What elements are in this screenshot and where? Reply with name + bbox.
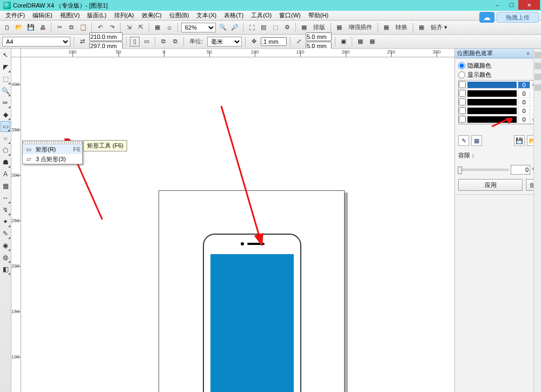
cloud-icon[interactable]: ☁ xyxy=(479,12,494,23)
flyout-item-rectangle[interactable]: ▭ 矩形(R) F6 xyxy=(23,144,82,154)
app-launcher-icon[interactable]: ▦ xyxy=(153,23,162,32)
smart-fill-tool-icon[interactable]: ◆ xyxy=(1,109,10,120)
zoom-combo[interactable]: 62% xyxy=(181,23,216,32)
horizontal-ruler[interactable]: 10050050100150200250300 xyxy=(21,49,454,57)
export-icon[interactable]: ⇱ xyxy=(136,23,146,32)
convert-icon[interactable]: ▦ xyxy=(381,23,391,32)
radio-show-color[interactable]: 显示颜色 xyxy=(458,71,538,79)
zoom-tool-icon[interactable]: 🔍 xyxy=(1,85,10,96)
snap-objects-icon[interactable]: ▦ xyxy=(367,37,377,46)
menu-text[interactable]: 文本(X) xyxy=(193,11,220,19)
undo-icon[interactable]: ↶ xyxy=(95,23,105,32)
copy-icon[interactable]: ⧉ xyxy=(67,23,76,32)
dup-x-field[interactable] xyxy=(306,32,332,41)
apply-button[interactable]: 应用 xyxy=(458,179,523,191)
convert-label[interactable]: 转换 xyxy=(393,23,410,31)
strip-icon-4[interactable] xyxy=(535,84,541,91)
ruler-origin[interactable] xyxy=(11,49,21,57)
welcome-icon[interactable]: ☺ xyxy=(164,23,174,32)
full-screen-icon[interactable]: ⛶ xyxy=(247,23,256,32)
pages-icon[interactable]: ⧉ xyxy=(159,37,168,46)
save-icon[interactable]: 💾 xyxy=(26,23,36,32)
vertical-ruler[interactable]: 40035030025020015010050 xyxy=(11,57,21,392)
radio-hide-color[interactable]: 隐藏颜色 xyxy=(458,62,538,70)
freehand-tool-icon[interactable]: ✏ xyxy=(1,97,10,108)
plugin-icon[interactable]: ▦ xyxy=(334,23,344,32)
interactive-tool-icon[interactable]: ✦ xyxy=(1,216,10,227)
paste-icon[interactable]: 📋 xyxy=(78,23,88,32)
snap-icon[interactable]: ▨ xyxy=(259,23,268,32)
tolerance-slider[interactable] xyxy=(458,169,509,171)
page-width-field[interactable] xyxy=(89,32,123,41)
table-tool-icon[interactable]: ▦ xyxy=(1,181,10,191)
color-row-checkbox[interactable] xyxy=(459,89,466,97)
dimension-tool-icon[interactable]: ↔ xyxy=(1,192,10,203)
crop-icon[interactable]: ⬚ xyxy=(270,23,280,32)
pick-tool-icon[interactable]: ↖ xyxy=(1,50,10,61)
color-row-checkbox[interactable] xyxy=(459,81,466,89)
menu-tools[interactable]: 工具(O) xyxy=(248,11,275,19)
docker-title-bar[interactable]: 位图颜色遮罩 » ▣ xyxy=(455,49,541,58)
menu-view[interactable]: 视图(V) xyxy=(57,11,83,19)
import-icon[interactable]: ⇲ xyxy=(124,23,134,32)
color-mask-row[interactable]: 0ʌ xyxy=(459,81,537,89)
menu-bitmap[interactable]: 位图(B) xyxy=(166,11,193,19)
color-mask-row[interactable]: 0 xyxy=(459,89,537,98)
strip-icon-1[interactable] xyxy=(535,52,541,58)
save-mask-icon[interactable]: 💾 xyxy=(514,135,525,146)
menu-file[interactable]: 文件(F) xyxy=(2,11,28,19)
zoom-out-icon[interactable]: 🔎 xyxy=(230,23,240,32)
color-row-checkbox[interactable] xyxy=(459,107,466,115)
phone-shape[interactable] xyxy=(203,234,301,392)
open-icon[interactable]: 📂 xyxy=(14,23,24,32)
plugin-label[interactable]: 增强插件 xyxy=(346,23,374,31)
eyedropper-icon[interactable]: ✎ xyxy=(458,135,469,146)
color-mask-row[interactable]: 0 xyxy=(459,98,537,107)
nudge-field[interactable] xyxy=(261,37,287,46)
menu-effects[interactable]: 效果(C) xyxy=(138,11,165,19)
cut-icon[interactable]: ✂ xyxy=(55,23,64,32)
menu-help[interactable]: 帮助(H) xyxy=(305,11,332,19)
color-mask-row[interactable]: 0 xyxy=(459,107,537,115)
landscape-icon[interactable]: ▭ xyxy=(142,37,151,46)
interactive-fill-tool-icon[interactable]: ◧ xyxy=(1,264,10,275)
snap-to-label[interactable]: 贴齐 ▾ xyxy=(428,23,450,31)
paiban-icon[interactable]: ▦ xyxy=(299,23,309,32)
crop-tool-icon[interactable]: ⬚ xyxy=(1,74,10,84)
menu-table[interactable]: 表格(T) xyxy=(221,11,247,19)
menu-arrange[interactable]: 排列(A) xyxy=(111,11,137,19)
text-tool-icon[interactable]: A xyxy=(1,169,10,180)
rectangle-tool-icon[interactable]: ▭ xyxy=(1,121,10,132)
print-icon[interactable]: 🖶 xyxy=(38,23,48,32)
strip-icon-2[interactable] xyxy=(535,63,541,69)
radio-hide-input[interactable] xyxy=(458,62,465,69)
portrait-icon[interactable]: ▯ xyxy=(130,37,140,46)
ellipse-tool-icon[interactable]: ○ xyxy=(1,133,10,144)
upload-button[interactable]: 拖拽上传 xyxy=(497,12,539,23)
treat-as-filled-icon[interactable]: ▣ xyxy=(339,37,348,46)
color-row-checkbox[interactable] xyxy=(459,115,466,123)
color-row-checkbox[interactable] xyxy=(459,98,466,106)
menu-window[interactable]: 窗口(W) xyxy=(276,11,304,19)
flyout-item-3pt-rectangle[interactable]: ▱ 3 点矩形(3) xyxy=(23,154,82,164)
menu-edit[interactable]: 编辑(E) xyxy=(29,11,56,19)
paiban-label[interactable]: 排版 xyxy=(311,23,327,31)
snap-to-icon[interactable]: ▦ xyxy=(417,23,426,32)
new-icon[interactable]: 🗋 xyxy=(2,23,12,32)
menu-layout[interactable]: 版面(L) xyxy=(84,11,109,19)
maximize-button[interactable]: ☐ xyxy=(504,0,518,10)
radio-show-input[interactable] xyxy=(458,71,465,78)
drawing-canvas[interactable]: ▭ 矩形(R) F6 ▱ 3 点矩形(3) 矩形工具 (F6) xyxy=(21,57,454,392)
basic-shapes-tool-icon[interactable]: ☗ xyxy=(1,157,10,168)
shape-tool-icon[interactable]: ◤ xyxy=(1,62,10,72)
tolerance-field[interactable] xyxy=(511,165,530,175)
close-button[interactable]: ✕ xyxy=(518,0,540,10)
unit-combo[interactable]: 毫米 xyxy=(207,37,242,46)
edit-color-icon[interactable]: ▦ xyxy=(471,135,482,146)
outline-tool-icon[interactable]: ◉ xyxy=(1,240,10,251)
zoom-in-icon[interactable]: 🔍 xyxy=(218,23,228,32)
options-icon[interactable]: ⚙ xyxy=(282,23,292,32)
connector-tool-icon[interactable]: ↯ xyxy=(1,204,10,215)
paper-size-combo[interactable]: A4 xyxy=(2,37,70,46)
docker-expand-icon[interactable]: » xyxy=(525,50,531,57)
